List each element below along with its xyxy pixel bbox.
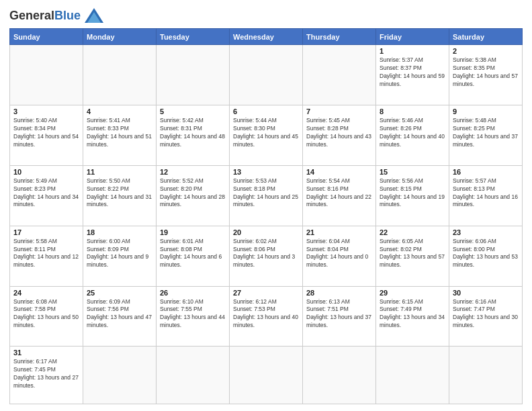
day-number: 14 xyxy=(306,168,372,176)
day-info: Sunrise: 6:08 AM Sunset: 7:58 PM Dayligh… xyxy=(13,298,79,330)
logo-general: General xyxy=(9,9,54,22)
day-cell: 17Sunrise: 5:58 AM Sunset: 8:11 PM Dayli… xyxy=(10,226,83,286)
day-info: Sunrise: 6:06 AM Sunset: 8:00 PM Dayligh… xyxy=(453,238,519,270)
day-info: Sunrise: 6:01 AM Sunset: 8:08 PM Dayligh… xyxy=(160,238,226,270)
week-row-5: 24Sunrise: 6:08 AM Sunset: 7:58 PM Dayli… xyxy=(10,286,523,347)
day-cell xyxy=(303,347,376,404)
day-cell xyxy=(230,45,303,105)
day-cell: 11Sunrise: 5:50 AM Sunset: 8:22 PM Dayli… xyxy=(83,165,157,226)
day-number: 26 xyxy=(160,289,226,297)
day-number: 18 xyxy=(87,228,152,236)
col-header-tuesday: Tuesday xyxy=(157,29,230,45)
week-row-3: 10Sunrise: 5:49 AM Sunset: 8:23 PM Dayli… xyxy=(10,165,523,226)
day-info: Sunrise: 5:40 AM Sunset: 8:34 PM Dayligh… xyxy=(13,117,79,149)
day-info: Sunrise: 5:49 AM Sunset: 8:23 PM Dayligh… xyxy=(13,177,79,210)
day-number: 1 xyxy=(380,47,445,55)
col-header-sunday: Sunday xyxy=(10,29,83,45)
day-number: 25 xyxy=(87,289,152,297)
week-row-2: 3Sunrise: 5:40 AM Sunset: 8:34 PM Daylig… xyxy=(10,105,523,165)
day-number: 29 xyxy=(380,289,445,297)
calendar-table: SundayMondayTuesdayWednesdayThursdayFrid… xyxy=(9,28,523,404)
day-info: Sunrise: 5:46 AM Sunset: 8:26 PM Dayligh… xyxy=(380,117,445,149)
day-cell xyxy=(157,45,230,105)
logo-icon xyxy=(85,8,103,23)
day-number: 13 xyxy=(233,168,299,176)
day-cell xyxy=(230,347,303,404)
day-cell: 23Sunrise: 6:06 AM Sunset: 8:00 PM Dayli… xyxy=(449,226,523,286)
day-cell: 9Sunrise: 5:48 AM Sunset: 8:25 PM Daylig… xyxy=(449,105,523,165)
day-number: 19 xyxy=(160,228,226,236)
logo: GeneralBlue xyxy=(9,8,103,23)
day-number: 12 xyxy=(160,168,226,176)
day-info: Sunrise: 6:04 AM Sunset: 8:04 PM Dayligh… xyxy=(306,238,372,270)
col-header-monday: Monday xyxy=(83,29,157,45)
day-cell: 16Sunrise: 5:57 AM Sunset: 8:13 PM Dayli… xyxy=(449,165,523,226)
day-info: Sunrise: 6:17 AM Sunset: 7:45 PM Dayligh… xyxy=(13,358,79,390)
day-info: Sunrise: 6:12 AM Sunset: 7:53 PM Dayligh… xyxy=(233,298,299,330)
day-cell: 19Sunrise: 6:01 AM Sunset: 8:08 PM Dayli… xyxy=(157,226,230,286)
day-info: Sunrise: 5:52 AM Sunset: 8:20 PM Dayligh… xyxy=(160,177,226,210)
day-number: 2 xyxy=(453,47,519,55)
day-info: Sunrise: 6:02 AM Sunset: 8:06 PM Dayligh… xyxy=(233,238,299,270)
day-cell xyxy=(83,45,157,105)
day-number: 16 xyxy=(453,168,519,176)
day-number: 3 xyxy=(13,107,79,116)
day-cell: 25Sunrise: 6:09 AM Sunset: 7:56 PM Dayli… xyxy=(83,286,157,347)
day-number: 7 xyxy=(306,107,372,116)
page: GeneralBlue SundayMondayTuesdayWednesday… xyxy=(0,0,532,411)
day-cell: 28Sunrise: 6:13 AM Sunset: 7:51 PM Dayli… xyxy=(303,286,376,347)
day-cell xyxy=(376,347,449,404)
day-info: Sunrise: 5:41 AM Sunset: 8:33 PM Dayligh… xyxy=(87,117,152,149)
day-info: Sunrise: 6:09 AM Sunset: 7:56 PM Dayligh… xyxy=(87,298,152,330)
day-info: Sunrise: 6:13 AM Sunset: 7:51 PM Dayligh… xyxy=(306,298,372,330)
col-header-friday: Friday xyxy=(376,29,449,45)
day-number: 31 xyxy=(13,349,79,357)
day-cell: 3Sunrise: 5:40 AM Sunset: 8:34 PM Daylig… xyxy=(10,105,83,165)
day-number: 5 xyxy=(160,107,226,116)
day-number: 17 xyxy=(13,228,79,236)
header-row: SundayMondayTuesdayWednesdayThursdayFrid… xyxy=(10,29,523,45)
day-info: Sunrise: 6:05 AM Sunset: 8:02 PM Dayligh… xyxy=(380,238,445,270)
day-info: Sunrise: 5:50 AM Sunset: 8:22 PM Dayligh… xyxy=(87,177,152,210)
day-number: 11 xyxy=(87,168,152,176)
week-row-1: 1Sunrise: 5:37 AM Sunset: 8:37 PM Daylig… xyxy=(10,45,523,105)
day-info: Sunrise: 5:56 AM Sunset: 8:15 PM Dayligh… xyxy=(380,177,445,210)
day-info: Sunrise: 5:38 AM Sunset: 8:35 PM Dayligh… xyxy=(453,56,519,89)
day-info: Sunrise: 5:58 AM Sunset: 8:11 PM Dayligh… xyxy=(13,238,79,270)
day-info: Sunrise: 5:48 AM Sunset: 8:25 PM Dayligh… xyxy=(453,117,519,149)
day-cell: 4Sunrise: 5:41 AM Sunset: 8:33 PM Daylig… xyxy=(83,105,157,165)
week-row-6: 31Sunrise: 6:17 AM Sunset: 7:45 PM Dayli… xyxy=(10,347,523,404)
day-cell: 12Sunrise: 5:52 AM Sunset: 8:20 PM Dayli… xyxy=(157,165,230,226)
logo-blue: Blue xyxy=(54,9,81,22)
day-number: 28 xyxy=(306,289,372,297)
day-number: 22 xyxy=(380,228,445,236)
day-cell xyxy=(10,45,83,105)
day-cell: 24Sunrise: 6:08 AM Sunset: 7:58 PM Dayli… xyxy=(10,286,83,347)
day-cell: 8Sunrise: 5:46 AM Sunset: 8:26 PM Daylig… xyxy=(376,105,449,165)
day-cell: 29Sunrise: 6:15 AM Sunset: 7:49 PM Dayli… xyxy=(376,286,449,347)
day-number: 27 xyxy=(233,289,299,297)
day-cell: 21Sunrise: 6:04 AM Sunset: 8:04 PM Dayli… xyxy=(303,226,376,286)
day-cell xyxy=(303,45,376,105)
day-info: Sunrise: 5:42 AM Sunset: 8:31 PM Dayligh… xyxy=(160,117,226,149)
col-header-thursday: Thursday xyxy=(303,29,376,45)
day-cell: 6Sunrise: 5:44 AM Sunset: 8:30 PM Daylig… xyxy=(230,105,303,165)
day-number: 15 xyxy=(380,168,445,176)
day-number: 24 xyxy=(13,289,79,297)
day-cell: 31Sunrise: 6:17 AM Sunset: 7:45 PM Dayli… xyxy=(10,347,83,404)
day-number: 6 xyxy=(233,107,299,116)
day-cell: 1Sunrise: 5:37 AM Sunset: 8:37 PM Daylig… xyxy=(376,45,449,105)
day-info: Sunrise: 5:53 AM Sunset: 8:18 PM Dayligh… xyxy=(233,177,299,210)
day-info: Sunrise: 6:00 AM Sunset: 8:09 PM Dayligh… xyxy=(87,238,152,270)
day-number: 4 xyxy=(87,107,152,116)
header: GeneralBlue xyxy=(9,8,523,23)
day-number: 10 xyxy=(13,168,79,176)
week-row-4: 17Sunrise: 5:58 AM Sunset: 8:11 PM Dayli… xyxy=(10,226,523,286)
day-number: 23 xyxy=(453,228,519,236)
day-cell: 5Sunrise: 5:42 AM Sunset: 8:31 PM Daylig… xyxy=(157,105,230,165)
col-header-saturday: Saturday xyxy=(449,29,523,45)
day-cell: 26Sunrise: 6:10 AM Sunset: 7:55 PM Dayli… xyxy=(157,286,230,347)
day-cell: 30Sunrise: 6:16 AM Sunset: 7:47 PM Dayli… xyxy=(449,286,523,347)
day-cell: 20Sunrise: 6:02 AM Sunset: 8:06 PM Dayli… xyxy=(230,226,303,286)
day-info: Sunrise: 6:10 AM Sunset: 7:55 PM Dayligh… xyxy=(160,298,226,330)
